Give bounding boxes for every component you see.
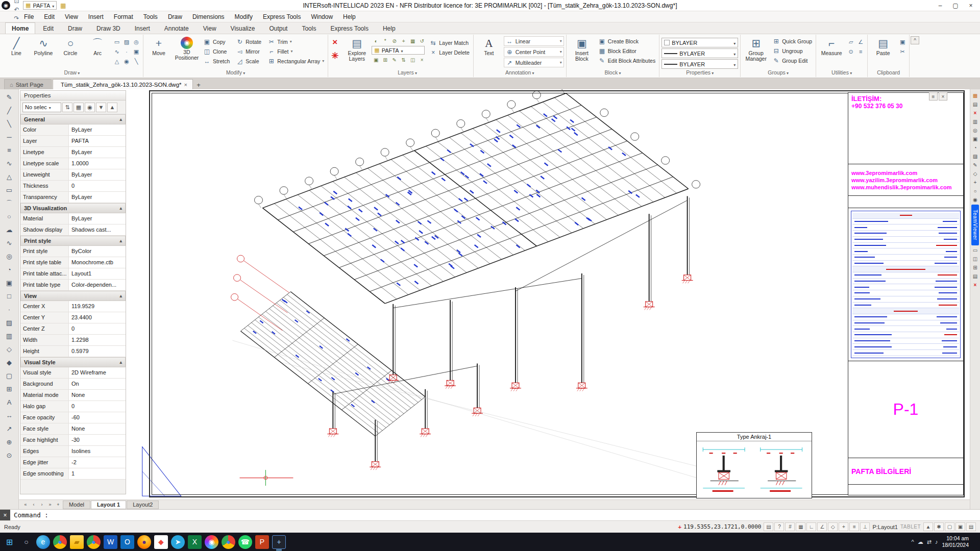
property-value[interactable]: ByLayer bbox=[69, 169, 126, 180]
palette-title[interactable]: Properties bbox=[20, 91, 126, 101]
layer-previous-icon[interactable]: ↺ bbox=[418, 37, 426, 45]
point-tool[interactable]: ∙ bbox=[3, 303, 16, 316]
create-block-button[interactable]: ▣ Create Block bbox=[597, 36, 657, 46]
hatch-tool[interactable]: ▨ bbox=[3, 316, 16, 329]
property-value[interactable]: 119.9529 bbox=[69, 301, 126, 312]
pan-icon[interactable]: + bbox=[971, 179, 979, 186]
drawing-canvas[interactable]: İLETİŞİM: +90 532 376 05 30 www.3epromim… bbox=[19, 89, 970, 499]
notes-palette-icon[interactable]: ▤ bbox=[971, 273, 979, 280]
ellipse-tool[interactable]: ◎ bbox=[3, 250, 16, 263]
scale-button[interactable]: ◿ Scale bbox=[234, 56, 265, 66]
polyline-button[interactable]: ∿ Polyline bbox=[30, 35, 57, 56]
property-row[interactable]: Material modeNone bbox=[20, 390, 126, 401]
menu-express-tools[interactable]: Express Tools bbox=[258, 12, 305, 22]
property-row[interactable]: LinetypeByLayer bbox=[20, 147, 126, 158]
xline-tool[interactable]: ─ bbox=[3, 131, 16, 143]
multiline-tool[interactable]: ≡ bbox=[3, 144, 16, 157]
website-link[interactable]: www.3epromimarlik.com bbox=[851, 170, 960, 176]
lineweight-icon[interactable]: ≡ bbox=[849, 522, 859, 531]
measure-button[interactable]: ⌐ Measure bbox=[818, 35, 845, 56]
property-value[interactable]: 0 bbox=[69, 401, 126, 412]
search-button[interactable]: ○ bbox=[19, 535, 33, 549]
snap-icon[interactable]: # bbox=[785, 522, 795, 531]
property-value[interactable]: 1.0000 bbox=[69, 158, 126, 169]
panel-label-block[interactable]: Block bbox=[569, 69, 657, 77]
command-close-button[interactable]: × bbox=[0, 510, 10, 520]
property-row[interactable]: Print style tableMonochrome.ctb bbox=[20, 257, 126, 268]
property-value[interactable]: None bbox=[69, 423, 126, 434]
property-row[interactable]: Width1.2298 bbox=[20, 335, 126, 346]
angle-icon[interactable]: ∠ bbox=[856, 37, 865, 46]
app-outlook[interactable]: O bbox=[120, 535, 134, 549]
dimension-tool[interactable]: ↔ bbox=[3, 409, 16, 422]
tolerance-tool[interactable]: ⊕ bbox=[3, 436, 16, 448]
new-document-tab-button[interactable]: + bbox=[194, 80, 203, 89]
categories-icon[interactable]: ▦ bbox=[74, 103, 84, 112]
cut-icon[interactable]: ✂ bbox=[898, 47, 907, 56]
property-row[interactable]: Face highlight-30 bbox=[20, 435, 126, 446]
property-row[interactable]: LineweightByLayer bbox=[20, 169, 126, 181]
network-icon[interactable]: ⇄ bbox=[927, 539, 932, 545]
property-value[interactable]: ByLayer bbox=[69, 213, 126, 224]
plot-status-icon[interactable]: ▤ bbox=[966, 522, 976, 531]
property-row[interactable]: Thickness0 bbox=[20, 181, 126, 192]
region-icon[interactable]: ▣ bbox=[132, 47, 141, 56]
filter-up-icon[interactable]: ▲ bbox=[107, 103, 117, 112]
ray-icon[interactable]: ╲ bbox=[132, 57, 141, 66]
menu-modify[interactable]: Modify bbox=[230, 12, 257, 22]
text-tool[interactable]: A bbox=[3, 396, 16, 409]
drawing-viewport[interactable] bbox=[19, 89, 970, 499]
markup-icon[interactable]: ◫ bbox=[971, 256, 979, 263]
esnap-icon[interactable]: ◇ bbox=[828, 522, 838, 531]
panel-label-groups[interactable]: Groups bbox=[743, 69, 814, 77]
line-tool[interactable]: ╱ bbox=[3, 104, 16, 117]
close-strip-icon[interactable]: × bbox=[971, 282, 979, 289]
layer-isolate-icon[interactable]: ▣ bbox=[372, 56, 380, 64]
property-row[interactable]: Print table typeColor-dependen... bbox=[20, 280, 126, 291]
hatch-icon[interactable]: ▨ bbox=[122, 37, 131, 46]
polyline-tool[interactable]: ∿ bbox=[3, 157, 16, 170]
layer-add-icon[interactable]: + bbox=[399, 37, 408, 45]
property-row[interactable]: ColorByLayer bbox=[20, 124, 126, 136]
arc-tool[interactable]: ⌒ bbox=[3, 197, 16, 210]
id-point-icon[interactable]: ⊙ bbox=[846, 47, 855, 56]
property-value[interactable]: 1.2298 bbox=[69, 335, 126, 345]
menu-format[interactable]: Format bbox=[109, 12, 138, 22]
website-link[interactable]: www.yazilim.3epromimarlik.com bbox=[851, 177, 960, 183]
ray-tool[interactable]: ╲ bbox=[3, 117, 16, 130]
layer-copy-icon[interactable]: ◫ bbox=[408, 56, 417, 64]
lineweight-control[interactable]: BYLAYER bbox=[662, 48, 738, 58]
graphics-status-icon[interactable]: ▣ bbox=[955, 522, 965, 531]
group-edit-button[interactable]: ✎ Group Edit bbox=[771, 56, 814, 65]
polygon-tool[interactable]: △ bbox=[3, 170, 16, 183]
property-row[interactable]: MaterialByLayer bbox=[20, 213, 126, 224]
property-value[interactable]: -60 bbox=[69, 412, 126, 423]
circle-button[interactable]: ○ Circle bbox=[57, 35, 84, 56]
edit-block-attributes-button[interactable]: ✎ Edit Block Attributes bbox=[597, 56, 657, 65]
menu-draw[interactable]: Draw bbox=[163, 12, 187, 22]
property-value[interactable]: Color-dependen... bbox=[69, 280, 126, 290]
property-row[interactable]: Height0.5979 bbox=[20, 346, 126, 357]
section-header-view[interactable]: View bbox=[20, 291, 126, 301]
ucs-icon[interactable]: ⊥ bbox=[860, 522, 870, 531]
filter-down-icon[interactable]: ▼ bbox=[96, 103, 106, 112]
app-chrome[interactable]: ● bbox=[53, 535, 67, 549]
tab-layout2[interactable]: Layout2 bbox=[127, 500, 159, 509]
tab-draw-3d[interactable]: Draw 3D bbox=[90, 22, 127, 34]
layer-edit-icon[interactable]: ✎ bbox=[390, 56, 399, 64]
property-value[interactable]: 0.5979 bbox=[69, 346, 126, 357]
polygon-icon[interactable]: △ bbox=[112, 57, 121, 66]
close-button[interactable]: × bbox=[963, 1, 978, 11]
layer-walk-icon[interactable]: ⇅ bbox=[399, 56, 408, 64]
command-prompt[interactable]: Command : bbox=[10, 511, 48, 519]
coordinates-display[interactable]: + 119.5355,23.1721,0.0000 bbox=[678, 523, 761, 530]
doc-tab-start-page[interactable]: ⌂ Start Page bbox=[4, 79, 52, 89]
doc-tab-drawing[interactable]: Tüm_statik_Zehra_gök-13.10.2023-SON.dwg*… bbox=[53, 79, 193, 89]
property-value[interactable]: ByLayer bbox=[69, 147, 126, 158]
insert-block-tool[interactable]: ▣ bbox=[3, 277, 16, 289]
app-anydesk[interactable]: ◆ bbox=[154, 535, 168, 549]
layer-select[interactable]: ▦ PAFTA bbox=[372, 46, 425, 55]
close-palette-icon[interactable]: × bbox=[971, 109, 979, 116]
tab-model[interactable]: Model bbox=[63, 500, 90, 509]
property-row[interactable]: Edge smoothing1 bbox=[20, 468, 126, 480]
